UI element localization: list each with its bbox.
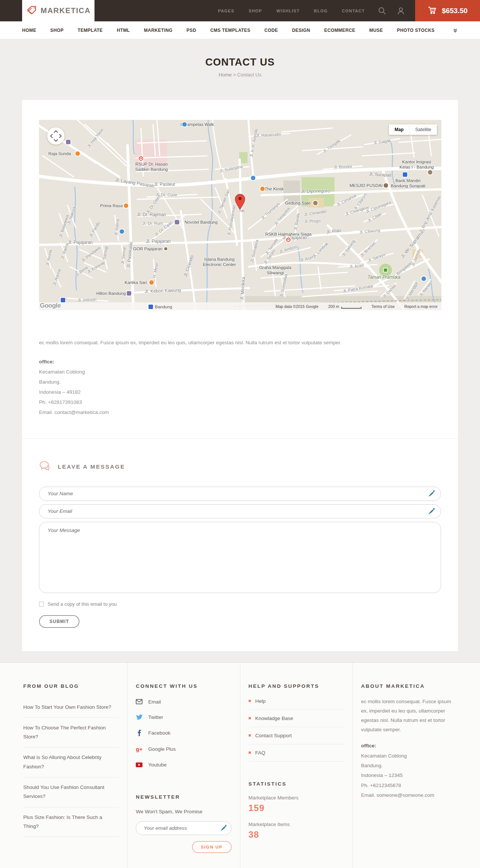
map-pan-control[interactable]	[47, 127, 64, 145]
nav-shop[interactable]: SHOP	[249, 9, 262, 13]
statistics-heading: STATISTICS	[249, 781, 344, 787]
menu-template[interactable]: TEMPLATE	[78, 28, 103, 33]
blog-link[interactable]: Should You Use Fashion Consultant Servic…	[23, 777, 119, 807]
help-label: Contact Support	[255, 733, 292, 738]
social-label: Email	[148, 699, 161, 705]
envelope-icon	[136, 699, 142, 704]
office-block: office: Kecamatan Coblong Bandung. Indon…	[39, 357, 441, 417]
social-youtube-link[interactable]: Youtube	[136, 757, 231, 772]
page-title: CONTACT US	[0, 57, 480, 68]
blog-link[interactable]: Plus Size Fashion: Is There Such a Thing…	[23, 807, 119, 837]
menu-design[interactable]: DESIGN	[292, 28, 310, 33]
bullet-icon	[249, 700, 251, 702]
footer-about-column: ABOUT MARKETICA ec mollis lorem consequa…	[352, 663, 465, 868]
menu-shop[interactable]: SHOP	[50, 28, 64, 33]
chat-bubbles-icon	[39, 460, 52, 473]
office-line: Ph. +62817391083	[39, 397, 441, 407]
newsletter-email-input[interactable]	[136, 821, 231, 835]
pen-icon	[220, 825, 227, 833]
chevron-down-icon[interactable]	[453, 28, 458, 33]
help-link[interactable]: Help	[249, 693, 344, 710]
map-scale-bar	[341, 307, 362, 309]
blog-link[interactable]: How To Choose The Perfect Fashion Store?	[23, 718, 119, 748]
nav-contact[interactable]: CONTACT	[342, 9, 365, 13]
menu-marketing[interactable]: MARKETING	[144, 28, 172, 33]
form-heading: LEAVE A MESSAGE	[58, 463, 125, 470]
menu-psd[interactable]: PSD	[186, 28, 196, 33]
social-label: Twitter	[148, 714, 163, 720]
menu-ecommerce[interactable]: ECOMMERCE	[324, 28, 355, 33]
footer-connect-column: CONNECT WITH US Email Twitter	[127, 663, 240, 868]
map-attribution: Map data ©2015 Google 200 m Terms of Use…	[39, 302, 441, 310]
nav-blog[interactable]: BLOG	[314, 9, 328, 13]
stat-label: Marketplace Members	[249, 795, 344, 801]
footer-blog-column: FROM OUR BLOG How To Start Your Own Fash…	[15, 663, 127, 868]
office-line: Kecamatan Coblong	[39, 367, 441, 377]
search-icon[interactable]	[378, 6, 387, 15]
nav-wishlist[interactable]: WISHLIST	[276, 9, 300, 13]
stat-value: 38	[249, 829, 344, 840]
cart-total: $653.50	[442, 7, 468, 15]
map-type-satellite-button[interactable]: Satellite	[409, 124, 437, 135]
email-input[interactable]	[39, 504, 441, 518]
help-link[interactable]: FAQ	[249, 744, 344, 762]
map-report-link[interactable]: Report a map error	[404, 304, 438, 309]
help-label: FAQ	[255, 750, 266, 756]
social-twitter-link[interactable]: Twitter	[136, 710, 231, 725]
blog-link[interactable]: What is So Alluring About Celebrity Fash…	[23, 747, 119, 777]
map-type-map-button[interactable]: Map	[389, 124, 409, 135]
footer-help-column: HELP AND SUPPORTS Help Knowladge Base Co…	[240, 663, 352, 868]
about-heading: ABOUT MARKETICA	[361, 683, 457, 689]
menu-cms-templates[interactable]: CMS TEMPLATES	[210, 28, 250, 33]
blog-heading: FROM OUR BLOG	[23, 683, 119, 689]
name-field-wrap	[39, 487, 441, 501]
map-scale-label: 200 m	[328, 304, 339, 309]
stat-value: 159	[249, 803, 344, 813]
office-label: office:	[39, 357, 441, 367]
cart-icon	[428, 6, 437, 16]
email-field-wrap	[39, 504, 441, 518]
newsletter-tagline: We Won't Spam, We Promise	[136, 809, 231, 814]
map-terms-link[interactable]: Terms of Use	[371, 304, 394, 309]
menu-muse[interactable]: MUSE	[369, 28, 383, 33]
youtube-icon	[136, 762, 142, 767]
message-textarea[interactable]	[39, 522, 441, 593]
bullet-icon	[249, 751, 251, 754]
menu-photo-stocks[interactable]: PHOTO STOCKS	[397, 28, 434, 33]
social-label: Google Plus	[148, 746, 176, 752]
stat-label: Marketplace Items	[249, 822, 344, 827]
cart-button[interactable]: $653.50	[415, 0, 480, 21]
name-input[interactable]	[39, 487, 441, 501]
map-canvas	[39, 120, 441, 310]
office-line: Indonesia – 49182	[39, 387, 441, 397]
contact-intro: ec mollis lorem consequat. Fusce ipsum e…	[39, 339, 441, 347]
breadcrumb-home[interactable]: Home	[219, 72, 232, 78]
social-facebook-link[interactable]: Facebook	[136, 725, 231, 741]
help-link[interactable]: Contact Support	[249, 727, 344, 744]
brand-name: MARKETICA	[40, 6, 91, 15]
map-data-credit: Map data ©2015 Google	[276, 304, 319, 309]
menu-code[interactable]: CODE	[264, 28, 278, 33]
header-nav: PAGES SHOP WISHLIST BLOG CONTACT	[218, 9, 365, 13]
signup-button[interactable]: SIGN UP	[192, 841, 232, 853]
user-icon[interactable]	[396, 6, 405, 15]
help-link[interactable]: Knowladge Base	[249, 710, 344, 727]
social-label: Youtube	[148, 762, 166, 768]
nav-pages[interactable]: PAGES	[218, 9, 234, 13]
twitter-icon	[136, 714, 142, 720]
google-map[interactable]: Jl. Haji YasinJl. Layang PasupatiJl. Pas…	[39, 120, 441, 310]
social-email-link[interactable]: Email	[136, 694, 231, 710]
map-scale: 200 m	[328, 304, 362, 309]
social-googleplus-link[interactable]: g+ Google Plus	[136, 741, 231, 757]
send-copy-checkbox[interactable]	[39, 602, 44, 607]
office-label: office:	[361, 741, 457, 751]
menu-home[interactable]: HOME	[22, 28, 36, 33]
menu-html[interactable]: HTML	[117, 28, 130, 33]
blog-link[interactable]: How To Start Your Own Fashion Store?	[23, 697, 119, 718]
office-line: Ph. +6212345678	[361, 781, 457, 790]
submit-button[interactable]: SUBMIT	[39, 615, 80, 628]
top-header: MARKETICA PAGES SHOP WISHLIST BLOG CONTA…	[0, 0, 480, 21]
bullet-icon	[249, 734, 251, 737]
brand-logo[interactable]: MARKETICA	[22, 0, 94, 21]
connect-heading: CONNECT WITH US	[136, 683, 231, 689]
